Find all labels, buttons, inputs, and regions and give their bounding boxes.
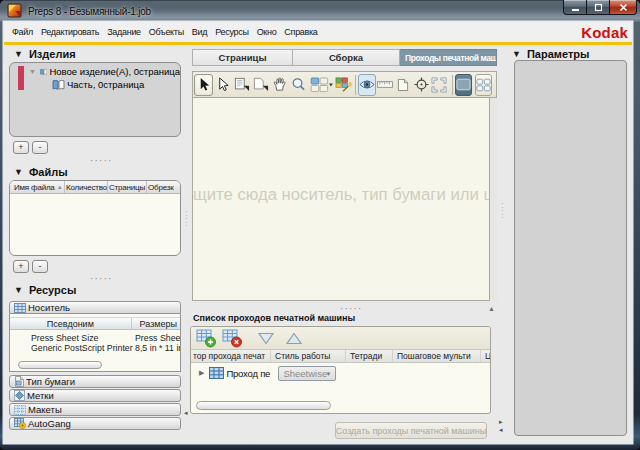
place-page-tool-button[interactable] — [232, 74, 251, 96]
maximize-button[interactable] — [586, 0, 609, 15]
book-icon — [52, 80, 65, 90]
press-run-col-label: Пошаговое мульти — [397, 351, 471, 361]
resources-paper-bar[interactable]: Тип бумаги — [9, 375, 181, 388]
direct-select-arrow-icon — [216, 77, 230, 92]
left-splitter-handle[interactable]: ····· — [185, 210, 189, 228]
media-row[interactable]: Generic PostScript Printer 8,5 in * 11 i… — [10, 343, 180, 353]
registration-button[interactable] — [412, 74, 430, 96]
right-splitter-collapse-icon2[interactable]: ◂ — [499, 426, 503, 434]
app-window: Preps 8 - Безымянный-1.job Файл Редактир… — [0, 0, 640, 450]
autogang-tool-button[interactable] — [334, 74, 353, 96]
media-row[interactable]: Press Sheet Size Press Sheet — [10, 333, 180, 343]
tree-item-part[interactable]: Часть, 0страница — [10, 78, 180, 91]
select-caret-icon: ▼ — [325, 371, 331, 377]
resources-autogang-bar[interactable]: AutoGang — [9, 417, 181, 430]
close-button[interactable] — [609, 0, 637, 15]
media-col-alias[interactable]: Псевдоним — [10, 318, 132, 329]
press-run-col-signatures[interactable]: Тетради — [346, 350, 393, 362]
blank-page-tool-button[interactable] — [251, 74, 270, 96]
media-col-label: Псевдоним — [47, 319, 94, 329]
tree-item-product[interactable]: ▼ Новое изделие(А), 0страница — [10, 65, 180, 78]
right-splitter-collapse-icon[interactable]: ▸ — [499, 418, 503, 426]
press-run-col-label: Тетради — [350, 351, 382, 361]
page-info-button[interactable] — [394, 74, 412, 96]
center-marks-button[interactable] — [430, 74, 448, 96]
work-style-select[interactable]: Sheetwise ▼ — [278, 366, 336, 381]
tree-expand-icon[interactable]: ▼ — [29, 68, 36, 75]
products-collapse-icon: ▼ — [14, 49, 23, 59]
media-hscroll-thumb[interactable] — [18, 361, 102, 369]
press-run-hscrollbar[interactable] — [194, 401, 487, 411]
direct-select-tool-button[interactable] — [213, 74, 232, 96]
files-collapse-icon: ▼ — [14, 167, 23, 177]
resources-marks-bar[interactable]: Метки — [9, 389, 181, 402]
right-splitter-handle[interactable]: ····· — [501, 202, 505, 220]
menu-file[interactable]: Файл — [4, 27, 37, 37]
title-bar[interactable]: Preps 8 - Безымянный-1.job — [0, 0, 640, 22]
menu-job[interactable]: Задание — [103, 27, 145, 37]
move-down-icon[interactable] — [257, 332, 275, 345]
layout-mode-button[interactable] — [308, 74, 334, 96]
measure-tool-button[interactable] — [376, 74, 394, 96]
menu-resources[interactable]: Ресурсы — [211, 27, 252, 37]
pan-tool-button[interactable] — [270, 74, 289, 96]
files-section-header[interactable]: ▼Файлы — [14, 166, 68, 178]
resources-layouts-bar[interactable]: Макеты — [9, 403, 181, 416]
press-run-list-panel: тор прохода печат Стиль работы Тетради П… — [190, 326, 491, 414]
products-splitter-handle[interactable]: ····· — [90, 158, 113, 163]
resources-section-header[interactable]: ▼Ресурсы — [14, 284, 76, 296]
files-add-button[interactable]: + — [13, 260, 29, 273]
press-run-col-step[interactable]: Пошаговое мульти — [393, 350, 481, 362]
press-run-row[interactable]: ▶ Проход пе Sheetwise ▼ — [191, 364, 490, 382]
press-run-col-id[interactable]: тор прохода печат — [191, 350, 271, 362]
products-add-button[interactable]: + — [13, 141, 29, 154]
parameters-section-header[interactable]: ▼Параметры — [512, 48, 589, 60]
files-col-name[interactable]: Имя файла▲ — [10, 181, 65, 193]
menu-window[interactable]: Окно — [253, 27, 281, 37]
multi-view-button[interactable] — [475, 74, 492, 96]
files-col-count[interactable]: Количество — [65, 181, 108, 193]
select-arrow-icon — [197, 77, 211, 92]
canvas-vscrollbar[interactable] — [490, 98, 497, 301]
center-marks-icon — [431, 77, 447, 93]
tab-pages[interactable]: Страницы — [192, 49, 293, 66]
add-press-run-icon[interactable] — [196, 329, 217, 348]
resources-media-bar[interactable]: Носитель — [9, 301, 181, 314]
media-cell-size: 8,5 in * 11 in — [134, 343, 180, 353]
select-tool-button[interactable] — [194, 74, 213, 96]
files-splitter-handle[interactable]: ····· — [90, 276, 113, 281]
media-col-sizes[interactable]: Размеры — [132, 318, 180, 329]
menu-view[interactable]: Вид — [188, 27, 211, 37]
files-col-trim[interactable]: Обрезк — [147, 181, 180, 193]
products-section-label: Изделия — [29, 48, 76, 60]
center-splitter-collapse-icon[interactable]: ▲ — [488, 305, 495, 312]
canvas-drop-hint: щите сюда носитель, тип бумаги или ц — [193, 185, 490, 205]
products-section-header[interactable]: ▼Изделия — [14, 48, 76, 60]
products-remove-button[interactable]: - — [32, 141, 48, 154]
crosshair-icon — [414, 77, 429, 92]
create-press-runs-button[interactable]: Создать проходы печатной машины — [335, 422, 487, 439]
view-tabs: Страницы Сборка Проходы печатной маши — [192, 49, 497, 66]
menu-edit[interactable]: Редактировать — [37, 27, 103, 37]
move-up-icon[interactable] — [285, 332, 303, 345]
layout-canvas[interactable]: щите сюда носитель, тип бумаги или ц — [192, 98, 490, 301]
preview-button[interactable] — [358, 74, 376, 96]
tab-press-runs[interactable]: Проходы печатной маши — [400, 49, 497, 66]
left-splitter-collapse-icon[interactable]: ◂ — [184, 409, 188, 417]
files-remove-button[interactable]: - — [32, 260, 48, 273]
single-view-button[interactable] — [455, 74, 472, 96]
press-run-hscroll-thumb[interactable] — [196, 401, 331, 410]
press-run-col-extra[interactable]: Ц — [481, 350, 490, 362]
menu-objects[interactable]: Объекты — [145, 27, 188, 37]
zoom-tool-button[interactable] — [289, 74, 308, 96]
media-hscrollbar[interactable] — [12, 361, 178, 370]
delete-press-run-icon[interactable] — [222, 329, 243, 348]
media-col-label: Размеры — [140, 319, 177, 329]
tab-assembly[interactable]: Сборка — [293, 49, 400, 66]
menu-help[interactable]: Справка — [280, 27, 321, 37]
minimize-button[interactable] — [563, 0, 586, 15]
press-run-col-style[interactable]: Стиль работы — [271, 350, 346, 362]
center-splitter-handle[interactable]: ····· — [340, 306, 363, 311]
row-expand-icon[interactable]: ▶ — [199, 369, 204, 377]
files-col-pages[interactable]: Страницы — [108, 181, 147, 193]
